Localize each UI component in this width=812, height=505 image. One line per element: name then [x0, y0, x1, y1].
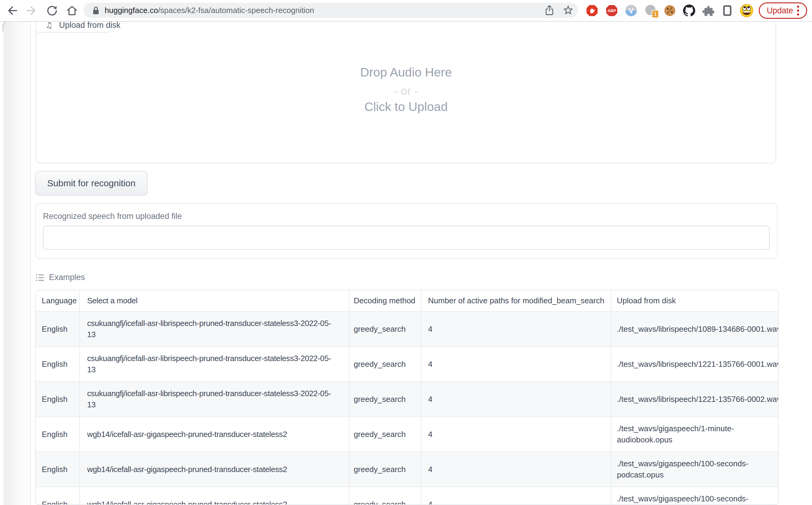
forward-button[interactable] [25, 3, 39, 18]
url-path: /spaces/k2-fsa/automatic-speech-recognit… [158, 6, 314, 15]
table-cell: greedy_search [349, 487, 421, 505]
column-header: Select a model [80, 290, 349, 312]
examples-table-body: Englishcsukuangfj/icefall-asr-librispeec… [36, 312, 778, 505]
column-header: Number of active paths for modified_beam… [421, 290, 611, 312]
table-cell: English [36, 382, 80, 417]
url-bar[interactable]: huggingface.co/spaces/k2-fsa/automatic-s… [84, 3, 578, 18]
table-cell: English [36, 487, 80, 505]
reload-button[interactable] [45, 3, 59, 18]
extension-badge: 1 [652, 10, 659, 18]
music-note-icon: ♫ [45, 21, 52, 30]
table-cell: ./test_wavs/librispeech/1221-135766-0001… [611, 347, 778, 382]
output-label: Recognized speech from uploaded file [43, 212, 182, 221]
output-textbox[interactable] [43, 225, 770, 250]
emoji-extension-icon[interactable] [740, 4, 753, 17]
table-cell: wgb14/icefall-asr-gigaspeech-pruned-tran… [80, 487, 349, 505]
star-icon [562, 4, 574, 16]
column-header: Decoding method [349, 290, 421, 312]
window-corner [2, 21, 13, 31]
abp-extension-icon[interactable]: ABP [606, 5, 618, 17]
abp-text: ABP [607, 8, 616, 13]
table-cell: csukuangfj/icefall-asr-librispeech-prune… [80, 347, 349, 382]
bookmark-star-button[interactable] [562, 4, 574, 16]
back-button[interactable] [4, 3, 19, 18]
table-cell: greedy_search [349, 382, 421, 417]
vimium-v-text: V [629, 7, 634, 15]
table-cell: 4 [421, 452, 611, 487]
update-button[interactable]: Update [759, 2, 807, 19]
window-left-edge-gradient [4, 21, 30, 505]
table-row[interactable]: Englishwgb14/icefall-asr-gigaspeech-prun… [36, 487, 778, 505]
reload-icon [45, 3, 59, 18]
lock-icon [92, 6, 100, 17]
examples-section-header: Examples [36, 273, 85, 282]
table-cell: greedy_search [349, 347, 421, 382]
table-cell: wgb14/icefall-asr-gigaspeech-pruned-tran… [80, 452, 349, 487]
share-button[interactable] [543, 4, 555, 16]
table-row[interactable]: Englishwgb14/icefall-asr-gigaspeech-prun… [36, 452, 778, 487]
url-text: huggingface.co/spaces/k2-fsa/automatic-s… [105, 3, 314, 18]
adblock-extension-icon[interactable] [586, 5, 598, 17]
url-host: huggingface.co [105, 6, 158, 15]
table-cell: 4 [421, 487, 611, 505]
profile-avatar[interactable]: 1 [644, 5, 657, 17]
table-row[interactable]: Englishwgb14/icefall-asr-gigaspeech-prun… [36, 417, 778, 452]
table-cell: 4 [421, 312, 611, 347]
table-cell: ./test_wavs/gigaspeech/100-seconds- podc… [611, 487, 778, 505]
table-row[interactable]: Englishcsukuangfj/icefall-asr-librispeec… [36, 312, 778, 347]
github-extension-icon[interactable] [683, 5, 695, 17]
table-cell: 4 [421, 417, 611, 452]
table-cell: English [36, 417, 80, 452]
column-header: Upload from disk [611, 290, 778, 312]
home-icon [65, 3, 79, 18]
sidebar-toggle-icon[interactable] [721, 5, 733, 17]
update-label: Update [767, 6, 793, 15]
extensions-puzzle-icon[interactable] [702, 5, 714, 17]
vimium-extension-icon[interactable]: V [625, 5, 637, 17]
table-cell: greedy_search [349, 452, 421, 487]
table-cell: csukuangfj/icefall-asr-librispeech-prune… [80, 382, 349, 417]
table-row[interactable]: Englishcsukuangfj/icefall-asr-librispeec… [36, 382, 778, 417]
table-cell: 4 [421, 382, 611, 417]
submit-button[interactable]: Submit for recognition [35, 171, 148, 196]
dropzone-or-text: - or - [36, 85, 776, 98]
table-cell: ./test_wavs/librispeech/1221-135766-0002… [611, 382, 778, 417]
table-cell: ./test_wavs/gigaspeech/100-seconds- podc… [611, 452, 778, 487]
table-cell: English [36, 312, 80, 347]
examples-label: Examples [49, 273, 85, 282]
browser-menu-dots-icon[interactable] [797, 5, 799, 16]
forward-arrow-icon [25, 3, 39, 18]
table-cell: csukuangfj/icefall-asr-librispeech-prune… [80, 312, 349, 347]
back-arrow-icon [4, 3, 19, 18]
examples-table: LanguageSelect a modelDecoding methodNum… [35, 290, 779, 505]
table-cell: greedy_search [349, 417, 421, 452]
home-button[interactable] [65, 3, 79, 18]
tab-label: Upload from disk [59, 21, 120, 30]
dropzone-click-to-upload: Click to Upload [36, 100, 776, 114]
cookie-extension-icon[interactable] [664, 5, 676, 17]
table-cell: 4 [421, 347, 611, 382]
table-cell: ./test_wavs/gigaspeech/1-minute- audiobo… [611, 417, 778, 452]
table-row[interactable]: Englishcsukuangfj/icefall-asr-librispeec… [36, 347, 778, 382]
dropzone-title: Drop Audio Here [36, 65, 776, 79]
share-icon [543, 4, 555, 16]
column-header: Language [36, 290, 80, 312]
browser-toolbar: huggingface.co/spaces/k2-fsa/automatic-s… [0, 0, 812, 22]
browser-window: Drop Audio Here - or - Click to Upload ♫… [0, 0, 812, 505]
list-icon [36, 274, 44, 282]
examples-header-row: LanguageSelect a modelDecoding methodNum… [36, 290, 778, 312]
table-cell: greedy_search [349, 312, 421, 347]
table-cell: English [36, 347, 80, 382]
table-cell: English [36, 452, 80, 487]
left-divider-line [30, 21, 31, 505]
table-cell: ./test_wavs/librispeech/1089-134686-0001… [611, 312, 778, 347]
table-cell: wgb14/icefall-asr-gigaspeech-pruned-tran… [80, 417, 349, 452]
